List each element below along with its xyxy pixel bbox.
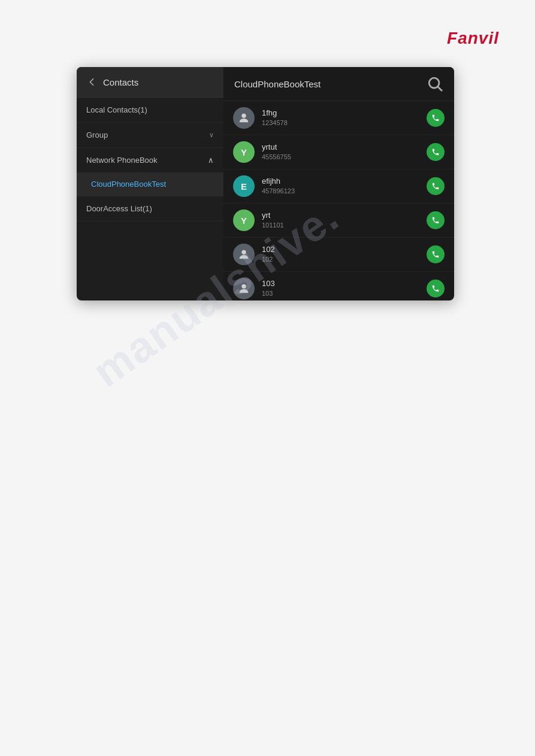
chevron-down-icon: ∨	[209, 131, 214, 139]
contact-list-header: CloudPhoneBookTest	[223, 67, 454, 101]
contact-info: 103 103	[262, 279, 427, 297]
sidebar-item-local-contacts[interactable]: Local Contacts(1)	[77, 98, 223, 123]
contact-name: 102	[262, 245, 427, 255]
sidebar-item-network-phonebook[interactable]: Network PhoneBook ∧	[77, 148, 223, 172]
sidebar-item-label: DoorAccess List(1)	[86, 204, 152, 213]
contact-info: 1fhg 1234578	[262, 108, 427, 127]
contact-rows: 1fhg 1234578 Y yrtut 45556755	[223, 101, 454, 300]
contact-number: 101101	[262, 221, 427, 229]
call-button[interactable]	[427, 245, 445, 263]
contact-name: yrtut	[262, 142, 427, 153]
contact-number: 45556755	[262, 153, 427, 161]
call-button[interactable]	[427, 177, 445, 195]
contact-number: 457896123	[262, 187, 427, 195]
contact-name: efijhh	[262, 177, 427, 187]
svg-line-1	[438, 87, 442, 90]
call-button[interactable]	[427, 280, 445, 297]
contact-info: yrtut 45556755	[262, 142, 427, 161]
avatar: Y	[233, 141, 255, 163]
call-button[interactable]	[427, 143, 445, 161]
sidebar-header: Contacts	[77, 67, 223, 98]
contact-list-panel: CloudPhoneBookTest 1fhg	[223, 67, 454, 300]
avatar	[233, 278, 255, 299]
contact-row[interactable]: 102 102	[223, 238, 454, 272]
avatar: E	[233, 175, 255, 197]
search-button[interactable]	[427, 75, 443, 92]
contact-row[interactable]: 103 103	[223, 272, 454, 300]
contact-number: 1234578	[262, 119, 427, 127]
fanvil-logo: Fanvil	[447, 29, 499, 48]
contact-row[interactable]: 1fhg 1234578	[223, 101, 454, 135]
avatar: Y	[233, 210, 255, 231]
phone-ui: Contacts Local Contacts(1) Group ∨ Netwo…	[77, 67, 454, 300]
contact-number: 103	[262, 289, 427, 297]
sidebar-item-cloud-phonebook[interactable]: CloudPhoneBookTest	[77, 172, 223, 196]
call-button[interactable]	[427, 109, 445, 127]
contact-row[interactable]: E efijhh 457896123	[223, 169, 454, 204]
sidebar-item-label: Network PhoneBook	[86, 156, 158, 165]
contact-number: 102	[262, 255, 427, 263]
contact-info: 102 102	[262, 245, 427, 263]
contact-name: 1fhg	[262, 108, 427, 119]
call-button[interactable]	[427, 211, 445, 229]
sidebar-item-door-access[interactable]: DoorAccess List(1)	[77, 196, 223, 221]
sidebar-item-label: Local Contacts(1)	[86, 105, 147, 114]
sidebar: Contacts Local Contacts(1) Group ∨ Netwo…	[77, 67, 223, 300]
contact-list-title: CloudPhoneBookTest	[234, 79, 321, 89]
network-phonebook-section: Network PhoneBook ∧ CloudPhoneBookTest	[77, 148, 223, 196]
avatar	[233, 244, 255, 265]
sidebar-title: Contacts	[103, 77, 138, 87]
sidebar-item-group[interactable]: Group ∨	[77, 123, 223, 148]
back-button[interactable]	[85, 75, 98, 89]
contact-row[interactable]: Y yrt 101101	[223, 204, 454, 238]
svg-point-3	[241, 250, 246, 254]
sidebar-item-label: Group	[86, 130, 108, 139]
chevron-up-icon: ∧	[208, 156, 214, 165]
contact-info: efijhh 457896123	[262, 177, 427, 195]
avatar	[233, 107, 255, 129]
svg-point-2	[241, 114, 246, 118]
svg-point-4	[241, 284, 246, 289]
contact-name: 103	[262, 279, 427, 289]
contact-row[interactable]: Y yrtut 45556755	[223, 135, 454, 169]
contact-info: yrt 101101	[262, 211, 427, 229]
contact-name: yrt	[262, 211, 427, 221]
